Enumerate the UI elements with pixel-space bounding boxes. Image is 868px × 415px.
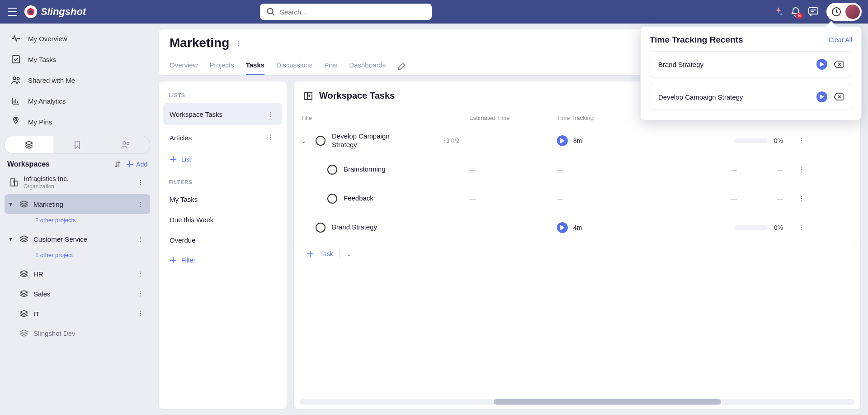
chevron-down-icon[interactable]: ⌄ bbox=[346, 250, 352, 258]
more-icon[interactable]: ⋮ bbox=[136, 288, 146, 299]
backspace-icon[interactable] bbox=[834, 93, 844, 100]
svg-rect-7 bbox=[809, 8, 818, 14]
recent-name: Develop Campaign Strategy bbox=[658, 93, 810, 101]
more-icon[interactable]: ⋮ bbox=[798, 224, 805, 231]
more-icon[interactable]: ⋮ bbox=[136, 177, 146, 188]
empty-dash: — bbox=[731, 166, 737, 173]
progress-bar bbox=[734, 138, 768, 143]
workspace-hr[interactable]: ▾ HR ⋮ bbox=[5, 264, 150, 284]
empty-dash: — bbox=[557, 195, 563, 202]
clear-all-button[interactable]: Clear All bbox=[829, 36, 852, 43]
chevron-down-icon[interactable]: ▾ bbox=[9, 200, 14, 208]
more-icon[interactable]: ⋮ bbox=[136, 199, 146, 210]
backspace-icon[interactable] bbox=[834, 61, 844, 68]
add-task-label: Task bbox=[320, 250, 333, 258]
task-row[interactable]: ⌄ Develop Campaign Strategy 0/2 8m bbox=[294, 126, 860, 155]
tab-pins[interactable]: Pins bbox=[324, 57, 337, 75]
workspace-name: HR bbox=[33, 270, 131, 278]
empty-dash: — bbox=[469, 166, 476, 173]
add-filter-button[interactable]: Filter bbox=[163, 251, 282, 269]
nav-shared-with-me[interactable]: Shared with Me bbox=[5, 70, 150, 91]
chat-icon[interactable] bbox=[808, 7, 818, 16]
workspace-sales[interactable]: ▾ Sales ⋮ bbox=[5, 284, 150, 304]
filter-due-this-week[interactable]: Due this Week bbox=[163, 210, 282, 229]
filter-overdue[interactable]: Overdue bbox=[163, 231, 282, 249]
brand-name: Slingshot bbox=[41, 6, 86, 18]
recent-item[interactable]: Develop Campaign Strategy bbox=[650, 84, 852, 110]
task-row[interactable]: Feedback — — —— ⋮ bbox=[294, 184, 860, 213]
play-button[interactable] bbox=[816, 91, 827, 102]
nav-my-tasks[interactable]: My Tasks bbox=[5, 49, 150, 70]
tab-dashboards[interactable]: Dashboards bbox=[349, 57, 386, 75]
more-icon[interactable]: ⋮ bbox=[266, 109, 276, 119]
more-icon[interactable]: ⋮ bbox=[236, 39, 242, 47]
subtab-people[interactable] bbox=[101, 136, 150, 153]
svg-line-6 bbox=[272, 14, 274, 16]
more-icon[interactable]: ⋮ bbox=[136, 308, 146, 319]
workspace-marketing[interactable]: ▾ Marketing ⋮ bbox=[5, 194, 150, 214]
workspace-customer-service[interactable]: ▾ Customer Service ⋮ bbox=[5, 229, 150, 249]
add-workspace-button[interactable]: Add bbox=[126, 161, 147, 168]
brand[interactable]: Slingshot bbox=[24, 5, 86, 18]
sort-icon[interactable] bbox=[113, 160, 122, 168]
svg-point-13 bbox=[123, 142, 126, 144]
chevron-down-icon[interactable]: ▾ bbox=[9, 235, 14, 243]
task-status-circle[interactable] bbox=[316, 223, 326, 233]
search-input[interactable] bbox=[260, 4, 432, 20]
more-icon[interactable]: ⋮ bbox=[798, 195, 805, 202]
task-row[interactable]: ⌄ Brand Strategy 4m 0% bbox=[294, 213, 860, 242]
col-tracking: Time Tracking bbox=[550, 114, 646, 121]
workspace-children-link[interactable]: 1 other project bbox=[5, 249, 150, 264]
time-tracking-button[interactable] bbox=[826, 3, 862, 21]
menu-toggle[interactable] bbox=[6, 5, 19, 18]
sparkle-icon[interactable] bbox=[774, 7, 783, 16]
more-icon[interactable]: ⋮ bbox=[798, 137, 805, 144]
list-articles[interactable]: Articles ⋮ bbox=[163, 127, 282, 148]
layers-icon bbox=[19, 309, 29, 319]
task-status-circle[interactable] bbox=[327, 194, 337, 204]
subtab-bookmarks[interactable] bbox=[53, 136, 102, 153]
tab-projects[interactable]: Projects bbox=[210, 57, 234, 75]
more-icon[interactable]: ⋮ bbox=[798, 166, 805, 173]
task-row[interactable]: Brainstorming — — —— ⋮ bbox=[294, 155, 860, 184]
add-list-button[interactable]: List bbox=[163, 150, 282, 168]
layers-icon bbox=[19, 269, 29, 279]
filter-my-tasks[interactable]: My Tasks bbox=[163, 190, 282, 209]
task-status-circle[interactable] bbox=[327, 165, 337, 175]
horizontal-scrollbar[interactable] bbox=[299, 399, 855, 405]
workspace-it[interactable]: ▾ IT ⋮ bbox=[5, 304, 150, 324]
tab-overview[interactable]: Overview bbox=[170, 57, 198, 75]
task-status-circle[interactable] bbox=[316, 136, 326, 146]
recent-item[interactable]: Brand Strategy bbox=[650, 51, 852, 77]
col-estimated: Estimated Time bbox=[462, 114, 550, 121]
list-workspace-tasks[interactable]: Workspace Tasks ⋮ bbox=[163, 103, 282, 125]
tab-tasks[interactable]: Tasks bbox=[246, 57, 264, 75]
workspace-children-link[interactable]: 2 other projects bbox=[5, 214, 150, 229]
more-icon[interactable]: ⋮ bbox=[266, 132, 276, 143]
add-list-label: List bbox=[181, 156, 191, 163]
play-button[interactable] bbox=[557, 222, 568, 233]
progress-bar bbox=[734, 225, 768, 230]
bell-icon[interactable]: 6 bbox=[791, 7, 800, 17]
play-button[interactable] bbox=[816, 59, 827, 70]
bookmark-icon bbox=[74, 141, 80, 149]
nav-my-overview[interactable]: My Overview bbox=[5, 28, 150, 49]
plus-icon bbox=[307, 250, 314, 258]
nav-label: My Pins bbox=[28, 118, 52, 126]
play-button[interactable] bbox=[557, 135, 568, 146]
nav-my-analytics[interactable]: My Analytics bbox=[5, 91, 150, 111]
more-icon[interactable]: ⋮ bbox=[136, 234, 146, 244]
nav-my-pins[interactable]: My Pins bbox=[5, 111, 150, 132]
pulse-icon bbox=[11, 33, 21, 43]
pencil-icon[interactable] bbox=[397, 62, 406, 71]
subtab-workspaces[interactable] bbox=[5, 136, 53, 153]
org-item[interactable]: Infragistics Inc. Organization ⋮ bbox=[5, 170, 150, 194]
avatar[interactable] bbox=[845, 5, 860, 19]
add-task-button[interactable]: Task ⌄ bbox=[294, 242, 860, 266]
workspace-slingshot-dev[interactable]: ▾ Slingshot Dev bbox=[5, 324, 150, 343]
chevron-down-icon[interactable]: ⌄ bbox=[301, 137, 309, 144]
list-label: Articles bbox=[170, 134, 261, 142]
tab-discussions[interactable]: Discussions bbox=[276, 57, 312, 75]
collapse-panel-icon[interactable] bbox=[304, 91, 313, 100]
more-icon[interactable]: ⋮ bbox=[136, 268, 146, 279]
